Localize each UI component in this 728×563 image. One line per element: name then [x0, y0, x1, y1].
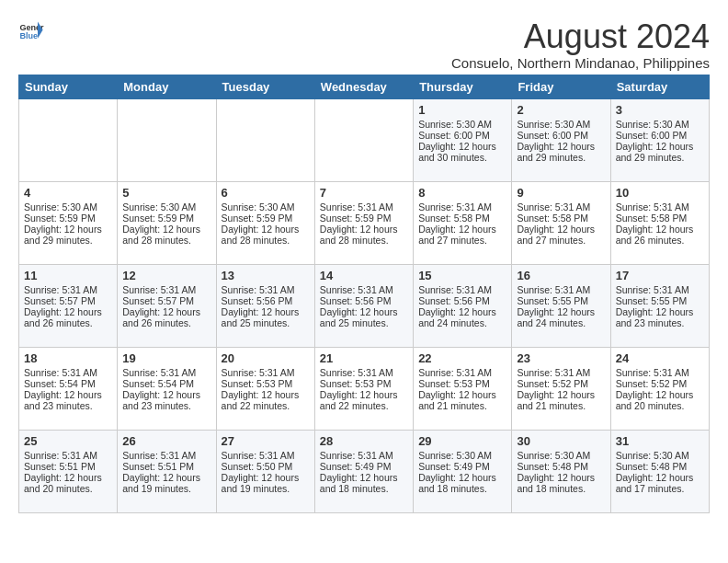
sunset-text: Sunset: 5:55 PM — [616, 295, 704, 306]
sunset-text: Sunset: 5:54 PM — [24, 378, 112, 389]
day-number: 12 — [122, 269, 210, 282]
calendar-cell: 12Sunrise: 5:31 AMSunset: 5:57 PMDayligh… — [118, 264, 216, 347]
sunrise-text: Sunrise: 5:30 AM — [222, 201, 310, 213]
sunrise-text: Sunrise: 5:31 AM — [517, 367, 605, 378]
day-number: 8 — [418, 186, 506, 200]
sunset-text: Sunset: 5:55 PM — [517, 295, 605, 306]
sunset-text: Sunset: 5:48 PM — [517, 461, 605, 472]
day-number: 13 — [222, 269, 310, 282]
sunrise-text: Sunrise: 5:30 AM — [122, 201, 210, 213]
daylight-text: Daylight: 12 hours and 21 minutes. — [418, 389, 506, 411]
calendar-cell: 19Sunrise: 5:31 AMSunset: 5:54 PMDayligh… — [118, 347, 216, 430]
daylight-text: Daylight: 12 hours and 23 minutes. — [616, 306, 704, 328]
calendar-cell: 4Sunrise: 5:30 AMSunset: 5:59 PMDaylight… — [19, 181, 118, 264]
daylight-text: Daylight: 12 hours and 25 minutes. — [320, 306, 408, 328]
sunrise-text: Sunrise: 5:31 AM — [320, 201, 408, 213]
sunset-text: Sunset: 5:51 PM — [122, 461, 210, 472]
sunset-text: Sunset: 6:00 PM — [418, 130, 506, 141]
page-header: General Blue August 2024 Consuelo, North… — [18, 18, 710, 71]
sunrise-text: Sunrise: 5:31 AM — [222, 367, 310, 378]
day-number: 27 — [222, 434, 310, 448]
day-number: 14 — [320, 269, 408, 282]
calendar-cell: 6Sunrise: 5:30 AMSunset: 5:59 PMDaylight… — [216, 181, 314, 264]
daylight-text: Daylight: 12 hours and 20 minutes. — [24, 472, 112, 494]
sunrise-text: Sunrise: 5:31 AM — [24, 450, 112, 461]
weekday-header-monday: Monday — [118, 75, 216, 98]
daylight-text: Daylight: 12 hours and 17 minutes. — [616, 472, 704, 494]
daylight-text: Daylight: 12 hours and 25 minutes. — [222, 306, 310, 328]
location: Consuelo, Northern Mindanao, Philippines — [451, 55, 710, 71]
calendar-cell — [118, 98, 216, 181]
daylight-text: Daylight: 12 hours and 29 minutes. — [24, 224, 112, 246]
logo: General Blue — [18, 18, 44, 44]
day-number: 20 — [222, 351, 310, 365]
sunset-text: Sunset: 5:58 PM — [517, 213, 605, 224]
week-row-5: 25Sunrise: 5:31 AMSunset: 5:51 PMDayligh… — [19, 430, 710, 512]
calendar-cell: 31Sunrise: 5:30 AMSunset: 5:48 PMDayligh… — [610, 430, 709, 512]
sunrise-text: Sunrise: 5:31 AM — [320, 284, 408, 295]
calendar-cell — [314, 98, 413, 181]
calendar-cell: 18Sunrise: 5:31 AMSunset: 5:54 PMDayligh… — [19, 347, 118, 430]
sunset-text: Sunset: 5:52 PM — [517, 378, 605, 389]
day-number: 11 — [24, 269, 112, 282]
day-number: 22 — [418, 351, 506, 365]
logo-icon: General Blue — [18, 18, 44, 44]
sunset-text: Sunset: 5:53 PM — [320, 378, 408, 389]
sunset-text: Sunset: 5:59 PM — [320, 213, 408, 224]
weekday-header-wednesday: Wednesday — [314, 75, 413, 98]
weekday-header-sunday: Sunday — [19, 75, 118, 98]
calendar-cell: 20Sunrise: 5:31 AMSunset: 5:53 PMDayligh… — [216, 347, 314, 430]
sunrise-text: Sunrise: 5:31 AM — [517, 284, 605, 295]
calendar-cell: 30Sunrise: 5:30 AMSunset: 5:48 PMDayligh… — [512, 430, 610, 512]
sunrise-text: Sunrise: 5:30 AM — [418, 450, 506, 461]
sunset-text: Sunset: 6:00 PM — [616, 130, 704, 141]
daylight-text: Daylight: 12 hours and 18 minutes. — [517, 472, 605, 494]
weekday-header-row: SundayMondayTuesdayWednesdayThursdayFrid… — [19, 75, 710, 98]
sunset-text: Sunset: 5:58 PM — [616, 213, 704, 224]
calendar-cell: 13Sunrise: 5:31 AMSunset: 5:56 PMDayligh… — [216, 264, 314, 347]
day-number: 24 — [616, 351, 704, 365]
day-number: 28 — [320, 434, 408, 448]
day-number: 26 — [122, 434, 210, 448]
day-number: 4 — [24, 186, 112, 200]
sunrise-text: Sunrise: 5:31 AM — [122, 450, 210, 461]
sunrise-text: Sunrise: 5:31 AM — [418, 284, 506, 295]
sunset-text: Sunset: 5:57 PM — [122, 295, 210, 306]
sunrise-text: Sunrise: 5:30 AM — [24, 201, 112, 213]
daylight-text: Daylight: 12 hours and 24 minutes. — [517, 306, 605, 328]
sunrise-text: Sunrise: 5:30 AM — [517, 119, 605, 130]
daylight-text: Daylight: 12 hours and 26 minutes. — [24, 306, 112, 328]
sunrise-text: Sunrise: 5:31 AM — [616, 284, 704, 295]
daylight-text: Daylight: 12 hours and 28 minutes. — [222, 224, 310, 246]
sunrise-text: Sunrise: 5:31 AM — [24, 284, 112, 295]
sunset-text: Sunset: 5:56 PM — [222, 295, 310, 306]
calendar-cell: 5Sunrise: 5:30 AMSunset: 5:59 PMDaylight… — [118, 181, 216, 264]
calendar-cell: 1Sunrise: 5:30 AMSunset: 6:00 PMDaylight… — [414, 98, 512, 181]
sunrise-text: Sunrise: 5:31 AM — [122, 367, 210, 378]
day-number: 21 — [320, 351, 408, 365]
daylight-text: Daylight: 12 hours and 28 minutes. — [320, 224, 408, 246]
week-row-4: 18Sunrise: 5:31 AMSunset: 5:54 PMDayligh… — [19, 347, 710, 430]
day-number: 15 — [418, 269, 506, 282]
calendar-cell: 14Sunrise: 5:31 AMSunset: 5:56 PMDayligh… — [314, 264, 413, 347]
day-number: 19 — [122, 351, 210, 365]
sunrise-text: Sunrise: 5:31 AM — [418, 367, 506, 378]
sunset-text: Sunset: 5:49 PM — [418, 461, 506, 472]
sunrise-text: Sunrise: 5:31 AM — [122, 284, 210, 295]
daylight-text: Daylight: 12 hours and 28 minutes. — [122, 224, 210, 246]
daylight-text: Daylight: 12 hours and 26 minutes. — [122, 306, 210, 328]
sunset-text: Sunset: 5:53 PM — [222, 378, 310, 389]
day-number: 9 — [517, 186, 605, 200]
weekday-header-thursday: Thursday — [414, 75, 512, 98]
day-number: 7 — [320, 186, 408, 200]
sunset-text: Sunset: 5:59 PM — [222, 213, 310, 224]
daylight-text: Daylight: 12 hours and 30 minutes. — [418, 141, 506, 163]
sunset-text: Sunset: 5:56 PM — [418, 295, 506, 306]
daylight-text: Daylight: 12 hours and 21 minutes. — [517, 389, 605, 411]
calendar-cell: 11Sunrise: 5:31 AMSunset: 5:57 PMDayligh… — [19, 264, 118, 347]
calendar-cell: 15Sunrise: 5:31 AMSunset: 5:56 PMDayligh… — [414, 264, 512, 347]
day-number: 18 — [24, 351, 112, 365]
calendar-cell: 25Sunrise: 5:31 AMSunset: 5:51 PMDayligh… — [19, 430, 118, 512]
title-block: August 2024 Consuelo, Northern Mindanao,… — [451, 18, 710, 71]
daylight-text: Daylight: 12 hours and 19 minutes. — [222, 472, 310, 494]
